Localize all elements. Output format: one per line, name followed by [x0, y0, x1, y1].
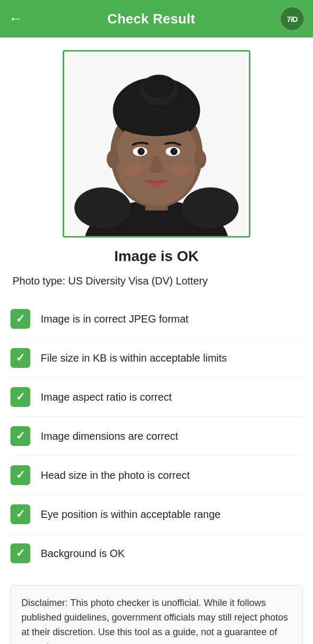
svg-point-18: [124, 163, 142, 176]
back-button[interactable]: ←: [8, 11, 23, 26]
photo-type: Photo type: US Diversity Visa (DV) Lotte…: [10, 275, 303, 287]
svg-point-4: [182, 188, 238, 229]
check-item: Background is OK: [10, 534, 303, 573]
portrait-image: [64, 52, 249, 236]
check-item: Image dimensions are correct: [10, 417, 303, 456]
photo-wrapper: [10, 50, 303, 238]
check-label: Head size in the photo is correct: [41, 469, 190, 481]
svg-point-3: [75, 188, 131, 229]
header: ← Check Result 7iD: [0, 0, 313, 38]
main-content: Image is OK Photo type: US Diversity Vis…: [0, 38, 313, 644]
check-item: Head size in the photo is correct: [10, 456, 303, 495]
check-icon: [10, 309, 30, 329]
photo-frame: [63, 50, 250, 238]
check-label: Image dimensions are correct: [41, 430, 178, 442]
check-item: File size in KB is within acceptable lim…: [10, 339, 303, 378]
svg-point-11: [115, 105, 197, 136]
check-icon: [10, 465, 30, 485]
check-label: Image is in correct JPEG format: [41, 313, 188, 325]
svg-point-9: [143, 75, 174, 97]
svg-point-14: [138, 148, 145, 155]
check-icon: [10, 387, 30, 407]
page-title: Check Result: [107, 11, 195, 27]
svg-point-19: [171, 163, 189, 176]
check-icon: [10, 504, 30, 524]
disclaimer-text: Disclaimer: This photo checker is unoffi…: [21, 596, 292, 644]
check-list: Image is in correct JPEG formatFile size…: [10, 300, 303, 573]
svg-point-21: [194, 150, 207, 168]
check-label: Background is OK: [41, 548, 125, 560]
svg-point-16: [141, 150, 143, 152]
check-item: Image is in correct JPEG format: [10, 300, 303, 339]
status-text: Image is OK: [10, 248, 303, 265]
check-label: Image aspect ratio is correct: [41, 391, 172, 403]
check-icon: [10, 348, 30, 368]
check-label: Eye position is within acceptable range: [41, 509, 221, 521]
app-logo: 7iD: [280, 6, 305, 31]
check-icon: [10, 543, 30, 563]
svg-point-17: [174, 150, 176, 152]
check-icon: [10, 426, 30, 446]
svg-point-20: [107, 150, 119, 168]
svg-point-15: [171, 148, 178, 155]
check-item: Eye position is within acceptable range: [10, 495, 303, 534]
check-label: File size in KB is within acceptable lim…: [41, 352, 227, 364]
check-item: Image aspect ratio is correct: [10, 378, 303, 417]
disclaimer-box: Disclaimer: This photo checker is unoffi…: [10, 585, 303, 644]
